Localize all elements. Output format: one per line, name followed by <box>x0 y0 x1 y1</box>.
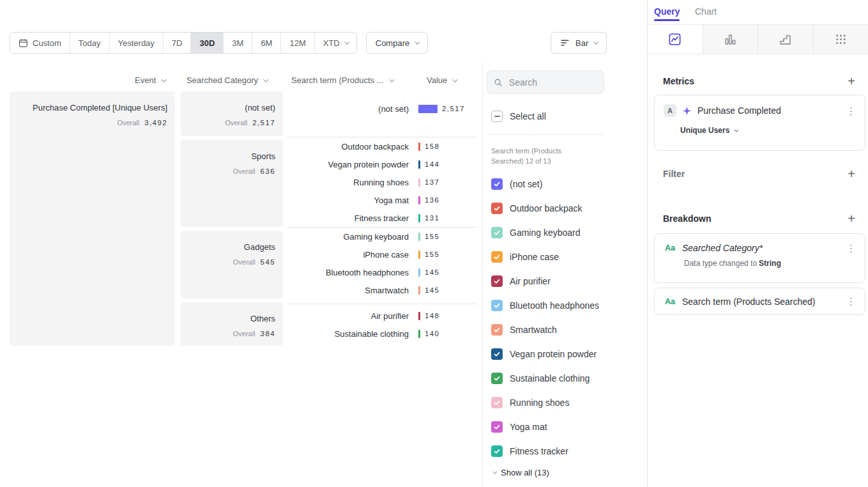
checkbox[interactable] <box>491 275 503 287</box>
term-checkbox-item[interactable]: Outdoor backpack <box>491 196 605 220</box>
bar-row[interactable]: Sustainable clothing140 <box>287 325 477 343</box>
checkbox[interactable] <box>491 300 503 311</box>
breakdown-card-searched-category[interactable]: Aa Searched Category* Data type changed … <box>654 233 865 283</box>
chart-tab-bar[interactable] <box>703 25 758 54</box>
metric-card[interactable]: A Purchase Completed Unique Users <box>654 95 865 151</box>
range-today-button[interactable]: Today <box>70 33 109 53</box>
compare-button[interactable]: Compare <box>366 32 428 54</box>
xtd-button[interactable]: XTD <box>314 33 356 53</box>
tab-chart[interactable]: Chart <box>695 6 717 17</box>
range-6m-button[interactable]: 6M <box>252 33 280 53</box>
bar-row[interactable]: Running shoes137 <box>287 173 477 191</box>
checkbox[interactable] <box>491 227 503 238</box>
string-type-icon: Aa <box>664 297 676 306</box>
range-yesterday-button[interactable]: Yesterday <box>109 33 163 53</box>
range-7d-button[interactable]: 7D <box>163 33 191 53</box>
category-name: (not set) <box>181 103 275 112</box>
term-checkbox-item[interactable]: (not set) <box>491 172 605 196</box>
bar-row[interactable]: Smartwatch145 <box>287 281 477 299</box>
row-group: (not set)2,517 <box>287 91 477 137</box>
bar-row[interactable]: Outdoor backpack158 <box>287 137 477 155</box>
column-header-search-term[interactable]: Search term (Products ... <box>291 75 393 85</box>
tab-query[interactable]: Query <box>654 6 680 17</box>
chevron-down-icon <box>263 77 268 82</box>
range-3m-button[interactable]: 3M <box>223 33 252 53</box>
term-checkbox-item[interactable]: Fitness tracker <box>491 439 605 463</box>
breakdown-card-row: Aa Searched Category* <box>655 234 865 253</box>
breakdown-menu-button[interactable] <box>846 244 856 253</box>
checkbox[interactable] <box>491 324 503 336</box>
xtd-label: XTD <box>323 38 340 48</box>
checkbox[interactable] <box>491 178 503 190</box>
category-block[interactable]: OthersOverall384 <box>181 302 283 346</box>
chart-tab-line[interactable] <box>648 25 703 54</box>
add-metric-button[interactable] <box>846 75 857 87</box>
term-label: Outdoor backpack <box>510 203 582 213</box>
term-checkbox-item[interactable]: Bluetooth headphones <box>491 293 605 318</box>
chart-type-button[interactable]: Bar <box>551 32 607 54</box>
bar-row[interactable]: Vegan protein powder144 <box>287 155 477 173</box>
chart-tab-steps[interactable] <box>758 25 813 54</box>
measure-selector[interactable]: Unique Users <box>680 126 865 135</box>
check-icon <box>493 447 501 455</box>
bar-row[interactable]: Gaming keyboard155 <box>287 228 477 245</box>
term-checkbox-item[interactable]: Yoga mat <box>491 415 605 439</box>
bar-row[interactable]: Fitness tracker131 <box>287 209 477 227</box>
range-12m-button[interactable]: 12M <box>280 33 314 53</box>
add-breakdown-button[interactable] <box>846 213 857 224</box>
add-filter-button[interactable] <box>846 168 857 180</box>
checkbox[interactable] <box>491 373 503 384</box>
column-header-value[interactable]: Value <box>427 75 456 85</box>
metric-menu-button[interactable] <box>846 106 856 116</box>
checkbox[interactable] <box>491 348 503 360</box>
term-label: iPhone case <box>510 252 559 262</box>
term-value: 158 <box>425 143 439 150</box>
checkbox[interactable] <box>491 421 503 433</box>
term-list: (not set)Outdoor backpackGaming keyboard… <box>491 172 605 463</box>
search-input[interactable] <box>508 77 597 88</box>
breakdown-card-search-term[interactable]: Aa Search term (Products Searched) <box>654 288 865 315</box>
select-all-checkbox[interactable] <box>491 111 503 122</box>
bar-row[interactable]: Yoga mat136 <box>287 191 477 209</box>
event-block[interactable]: Purchase Completed [Unique Users] Overal… <box>10 91 175 346</box>
range-30d-button[interactable]: 30D <box>190 33 223 53</box>
metric-card-row: A Purchase Completed <box>655 95 865 117</box>
bar-tick <box>418 330 420 338</box>
toolbar: Custom TodayYesterday7D30D3M6M12M XTD Co… <box>10 32 428 54</box>
chart-tab-grid[interactable] <box>813 25 868 54</box>
column-header-event[interactable]: Event <box>135 75 165 85</box>
custom-date-button[interactable]: Custom <box>10 33 70 53</box>
term-value: 155 <box>425 233 439 240</box>
term-list-title: Search term (Products Searched) 12 of 13 <box>491 146 595 166</box>
category-block[interactable]: SportsOverall636 <box>181 140 283 227</box>
checkbox[interactable] <box>491 397 503 408</box>
bar-row[interactable]: iPhone case155 <box>287 245 477 263</box>
checkbox[interactable] <box>491 203 503 214</box>
line-chart-icon <box>668 33 681 46</box>
panel-divider <box>482 61 483 487</box>
checkbox[interactable] <box>491 445 503 457</box>
column-header-searched-category[interactable]: Searched Category <box>187 75 267 85</box>
term-checkbox-item[interactable]: Sustainable clothing <box>491 366 605 390</box>
bar-row[interactable]: Bluetooth headphones145 <box>287 263 477 281</box>
checkbox[interactable] <box>491 251 503 263</box>
term-checkbox-item[interactable]: Smartwatch <box>491 318 605 342</box>
event-name: Purchase Completed [Unique Users] <box>10 103 167 112</box>
term-checkbox-item[interactable]: iPhone case <box>491 245 605 269</box>
category-block[interactable]: (not set)Overall2,517 <box>181 91 283 136</box>
bar-row[interactable]: (not set)2,517 <box>287 100 477 118</box>
term-checkbox-item[interactable]: Gaming keyboard <box>491 220 605 245</box>
term-checkbox-item[interactable]: Running shoes <box>491 390 605 415</box>
breakdown-name: Searched Category* <box>682 243 763 253</box>
metrics-heading: Metrics <box>663 76 694 86</box>
bar-row[interactable]: Air purifier148 <box>287 307 477 325</box>
category-name: Sports <box>181 151 275 161</box>
category-block[interactable]: GadgetsOverall545 <box>181 231 283 298</box>
term-checkbox-item[interactable]: Vegan protein powder <box>491 342 605 366</box>
show-all-button[interactable]: Show all (13) <box>492 468 549 477</box>
term-checkbox-item[interactable]: Air purifier <box>491 269 605 293</box>
bar-tick <box>418 312 420 320</box>
breakdown-menu-button[interactable] <box>846 297 856 306</box>
breakdown-heading: Breakdown <box>663 213 711 224</box>
select-all-row[interactable]: Select all <box>491 111 546 122</box>
